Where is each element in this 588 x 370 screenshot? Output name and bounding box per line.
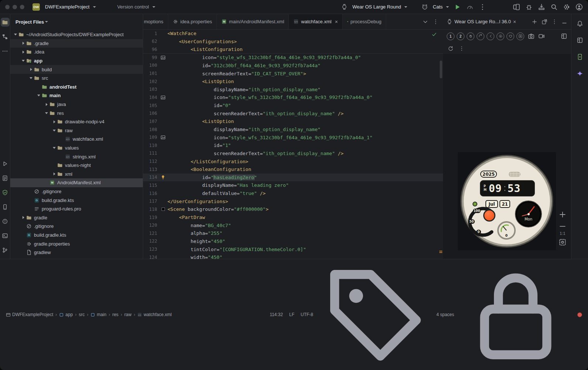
tree-item-idea[interactable]: .idea xyxy=(10,48,143,56)
tab-options-icon[interactable] xyxy=(433,19,439,25)
tree-item-java[interactable]: java xyxy=(10,100,143,109)
line-number[interactable]: 100 xyxy=(143,63,159,68)
tree-item-gradle-properties[interactable]: gradle.properties xyxy=(10,239,143,248)
tree-item-androidtest[interactable]: androidTest xyxy=(10,83,143,92)
breadcrumb-item-app[interactable]: app xyxy=(59,312,73,317)
line-number[interactable]: 106 xyxy=(143,111,159,116)
camera-icon[interactable] xyxy=(528,33,535,40)
editor-tab-idea-properties[interactable]: idea.properties xyxy=(168,14,217,29)
code-line-62[interactable]: 62 <UserConfigurations> xyxy=(143,38,443,46)
expand-chevron-icon[interactable] xyxy=(44,112,49,114)
expand-chevron-icon[interactable] xyxy=(44,103,49,106)
line-number[interactable]: 101 xyxy=(143,71,159,76)
line-number[interactable]: 114 xyxy=(143,175,159,180)
hide-panel-icon[interactable] xyxy=(561,19,567,25)
tree-item-proguard-rules-pro[interactable]: proguard-rules.pro xyxy=(10,205,143,213)
line-number[interactable]: 122 xyxy=(143,239,159,244)
tree-item-src[interactable]: src xyxy=(10,74,143,83)
editor-tab-processdebug[interactable]: MprocessDebug xyxy=(343,14,386,29)
open-in-window-icon[interactable] xyxy=(542,19,547,25)
tree-item-gradlew[interactable]: gradlew xyxy=(10,248,143,257)
device-selector[interactable]: Wear OS Large Round xyxy=(336,4,409,10)
warning-stripe-mark[interactable] xyxy=(439,251,442,251)
code-line-116[interactable]: 116 defaultValue="true" /> xyxy=(143,189,443,198)
lock-icon[interactable] xyxy=(460,259,571,370)
zoom-in-button[interactable] xyxy=(558,210,567,219)
logcat-tool-icon[interactable] xyxy=(1,174,10,182)
code-line-107[interactable]: 107 <ListOption xyxy=(143,117,443,126)
tree-item-app[interactable]: app xyxy=(10,56,143,65)
tree-item-res[interactable]: res xyxy=(10,109,143,117)
indent-setting[interactable]: 4 spaces xyxy=(436,312,454,317)
tilt-gesture-icon[interactable] xyxy=(477,32,484,40)
code-line-110[interactable]: 110 id="1" xyxy=(143,141,443,150)
tree-item-values-night[interactable]: values-night xyxy=(10,161,143,170)
code-line-119[interactable]: 119 <PartDraw xyxy=(143,213,443,222)
intention-bulb-icon[interactable] xyxy=(160,175,166,180)
code-line-102[interactable]: 102 <ListOption xyxy=(143,78,443,86)
line-number[interactable]: 109 xyxy=(143,135,159,140)
line-number[interactable]: 110 xyxy=(143,143,159,148)
more-tools-icon[interactable] xyxy=(1,47,10,55)
line-number[interactable]: 118 xyxy=(143,207,159,212)
line-number[interactable]: 1 xyxy=(143,31,159,36)
line-number[interactable]: 117 xyxy=(143,199,159,204)
line-number[interactable]: 115 xyxy=(143,183,159,188)
line-number[interactable]: 124 xyxy=(143,255,159,259)
color-swatch-black[interactable] xyxy=(162,208,165,211)
expand-chevron-icon[interactable] xyxy=(13,34,18,35)
structure-tool-icon[interactable] xyxy=(1,32,10,41)
line-number[interactable]: 119 xyxy=(143,215,159,220)
run-tool-icon[interactable] xyxy=(1,159,10,168)
line-number[interactable]: 113 xyxy=(143,167,159,172)
line-number[interactable]: 123 xyxy=(143,247,159,252)
settings-icon[interactable] xyxy=(563,3,570,11)
code-line-124[interactable]: 124 width="450" xyxy=(143,253,443,259)
tree-item-raw[interactable]: raw xyxy=(10,126,143,135)
gemini-icon[interactable] xyxy=(575,69,584,78)
wear-button-1-icon[interactable]: 1 xyxy=(447,32,454,40)
tree-item-androidstudioprojects-dwfexampleproject[interactable]: ~/AndroidStudioProjects/DWFExampleProjec… xyxy=(10,30,143,39)
tag-icon[interactable] xyxy=(319,259,430,370)
drawable-preview-icon[interactable] xyxy=(160,95,166,100)
snapshot-icon[interactable] xyxy=(516,32,524,40)
tree-item-build-gradle-kts[interactable]: Gbuild.gradle.kts xyxy=(10,196,143,205)
tree-item-drawable-nodpi-v4[interactable]: drawable-nodpi-v4 xyxy=(10,117,143,126)
line-number[interactable]: 102 xyxy=(143,79,159,84)
code-line-112[interactable]: 112 </ListConfiguration> xyxy=(143,157,443,165)
expand-chevron-icon[interactable] xyxy=(51,130,57,131)
drawable-preview-icon[interactable] xyxy=(160,55,166,60)
code-line-108[interactable]: 108 displayName="ith_option_display_name… xyxy=(143,126,443,134)
code-line-118[interactable]: 118<Scene backgroundColor="#ff000000"> xyxy=(143,205,443,213)
code-line-100[interactable]: 100 id="312c30bf_f64a_461e_9c93_992f2fb7… xyxy=(143,62,443,70)
code-line-111[interactable]: 111 screenReaderText="ith_option_display… xyxy=(143,150,443,158)
expand-chevron-icon[interactable] xyxy=(28,68,34,71)
version-control-tool-icon[interactable] xyxy=(1,246,10,254)
bug-report-icon[interactable] xyxy=(525,3,533,11)
code-line-105[interactable]: 105 id="0" xyxy=(143,102,443,110)
close-tab-icon[interactable]: × xyxy=(335,19,338,25)
line-number[interactable]: 103 xyxy=(143,87,159,92)
maximize-window-button[interactable] xyxy=(20,5,24,9)
line-number[interactable]: 104 xyxy=(143,95,159,100)
code-line-113[interactable]: 113 <BooleanConfiguration xyxy=(143,165,443,174)
line-number[interactable]: 105 xyxy=(143,103,159,108)
code-line-99[interactable]: 99 icon="style_wfs_312c30bf_f64a_461e_9c… xyxy=(143,54,443,62)
code-line-109[interactable]: 109 icon="style_wfs_312c30bf_f64a_461e_9… xyxy=(143,133,443,141)
editor-tab-main-androidmanifest-xml[interactable]: Mmain/AndroidManifest.xml xyxy=(217,14,289,29)
layout-inspector-icon[interactable] xyxy=(575,36,584,45)
file-encoding[interactable]: UTF-8 xyxy=(301,312,313,317)
add-device-tab-icon[interactable] xyxy=(532,19,537,25)
line-number[interactable]: 62 xyxy=(143,39,159,44)
tree-item-gitignore[interactable]: .gitignore xyxy=(10,222,143,231)
code-line-101[interactable]: 101 screenReaderText="ID_CAT_STEP_OVER"> xyxy=(143,69,443,78)
expand-chevron-icon[interactable] xyxy=(51,147,57,149)
line-number[interactable]: 120 xyxy=(143,223,159,228)
line-number[interactable]: 108 xyxy=(143,127,159,132)
code-line-115[interactable]: 115 displayName="Has leading zero" xyxy=(143,181,443,189)
tree-item-gradle[interactable]: .gradle xyxy=(10,39,143,48)
expand-chevron-icon[interactable] xyxy=(51,172,57,175)
breadcrumb-item-dwfexampleproject[interactable]: DWFExampleProject xyxy=(6,312,53,317)
panel-options-icon[interactable] xyxy=(551,19,557,25)
hidden-tabs-icon[interactable] xyxy=(422,19,428,25)
